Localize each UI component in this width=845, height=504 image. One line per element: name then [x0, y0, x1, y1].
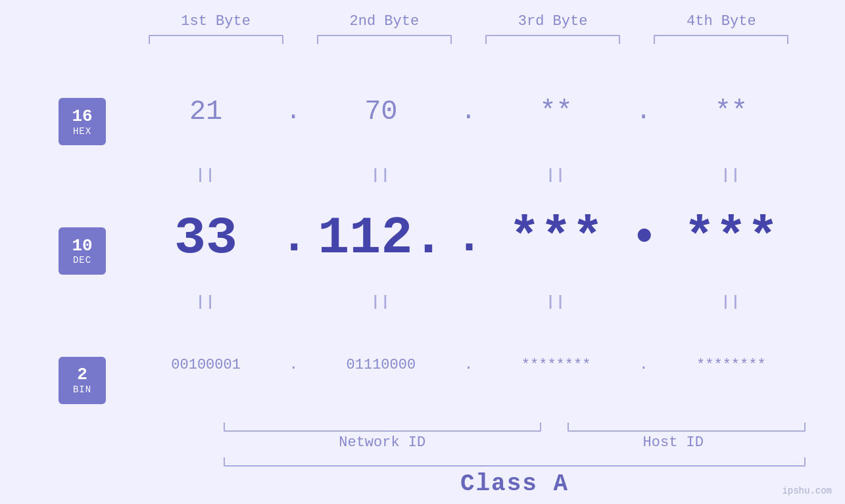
bracket-cell-1 [132, 35, 300, 44]
byte-label-4: 4th Byte [637, 13, 806, 30]
dec-dot-1: . [280, 212, 306, 264]
dec-val-1: 33 [132, 208, 280, 268]
dec-row: 33 . 112. . *** • *** [132, 184, 806, 292]
byte-label-1: 1st Byte [132, 13, 300, 30]
network-id-label: Network ID [224, 434, 541, 451]
host-bracket [567, 423, 806, 432]
dec-dot-3: • [631, 212, 657, 264]
equals-row-1: || || || || [132, 166, 806, 184]
bracket-cell-2 [300, 35, 468, 44]
bracket-top-1 [149, 35, 283, 44]
byte-labels-row: 1st Byte 2nd Byte 3rd Byte 4th Byte [39, 13, 806, 30]
eq2-2: || [306, 294, 455, 310]
id-labels-row: Network ID Host ID [224, 434, 806, 451]
eq1-2: || [306, 167, 455, 183]
dec-dot-2: . [456, 212, 482, 264]
badge-bin-label: BIN [73, 384, 91, 395]
top-brackets-row [39, 35, 806, 44]
bin-val-1: 00100001 [132, 357, 280, 373]
bottom-section: Network ID Host ID Class A [132, 423, 806, 497]
bin-dot-1: . [280, 357, 306, 373]
watermark: ipshu.com [782, 486, 832, 496]
badge-hex-label: HEX [73, 126, 91, 137]
dec-val-3: *** [482, 208, 631, 268]
bracket-cell-3 [469, 35, 637, 44]
hex-dot-1: . [280, 97, 306, 126]
badge-hex: 16 HEX [59, 98, 106, 145]
hex-val-4: ** [657, 96, 806, 127]
bin-dot-3: . [631, 357, 657, 373]
hex-dot-2: . [456, 97, 482, 126]
big-bracket-line [224, 457, 806, 467]
bottom-brackets-row [224, 423, 806, 432]
bracket-top-3 [485, 35, 620, 44]
eq1-3: || [482, 167, 631, 183]
badge-hex-num: 16 [72, 107, 92, 126]
eq2-4: || [657, 294, 806, 310]
big-bracket-row: Class A [224, 457, 806, 497]
dec-val-4: *** [657, 208, 806, 268]
network-bracket [224, 423, 541, 432]
ip-rows-column: 21 . 70 . ** . ** || || || || 33 [132, 57, 806, 497]
class-label-row: Class A [224, 470, 806, 497]
badges-column: 16 HEX 10 DEC 2 BIN [39, 57, 132, 497]
bin-val-2: 01110000 [306, 357, 455, 373]
bin-val-3: ******** [482, 357, 631, 373]
hex-val-2: 70 [306, 96, 455, 127]
bin-dot-2: . [456, 357, 482, 373]
hex-row: 21 . 70 . ** . ** [132, 57, 806, 166]
host-id-label: Host ID [541, 434, 806, 451]
byte-label-3: 3rd Byte [469, 13, 637, 30]
eq1-1: || [132, 167, 280, 183]
main-area: 16 HEX 10 DEC 2 BIN 21 . 70 . ** . ** [39, 57, 806, 497]
badge-dec: 10 DEC [59, 227, 106, 275]
bracket-top-4 [654, 35, 788, 44]
dec-val-2: 112. [306, 208, 455, 268]
bin-val-4: ******** [657, 357, 806, 373]
main-container: 1st Byte 2nd Byte 3rd Byte 4th Byte 16 H… [0, 0, 845, 504]
bracket-cell-4 [637, 35, 806, 44]
class-label: Class A [460, 470, 569, 497]
badge-dec-label: DEC [73, 255, 91, 265]
eq2-3: || [482, 294, 631, 310]
badge-bin-num: 2 [77, 365, 87, 384]
bracket-top-2 [317, 35, 452, 44]
eq1-4: || [657, 167, 806, 183]
hex-val-1: 21 [132, 96, 280, 127]
badge-dec-num: 10 [72, 237, 92, 256]
hex-dot-3: . [631, 97, 657, 126]
hex-val-3: ** [482, 96, 631, 127]
badge-bin: 2 BIN [59, 357, 106, 404]
byte-label-2: 2nd Byte [300, 13, 468, 30]
equals-row-2: || || || || [132, 292, 806, 311]
bin-row: 00100001 . 01110000 . ******** . *******… [132, 311, 806, 419]
eq2-1: || [132, 294, 280, 310]
